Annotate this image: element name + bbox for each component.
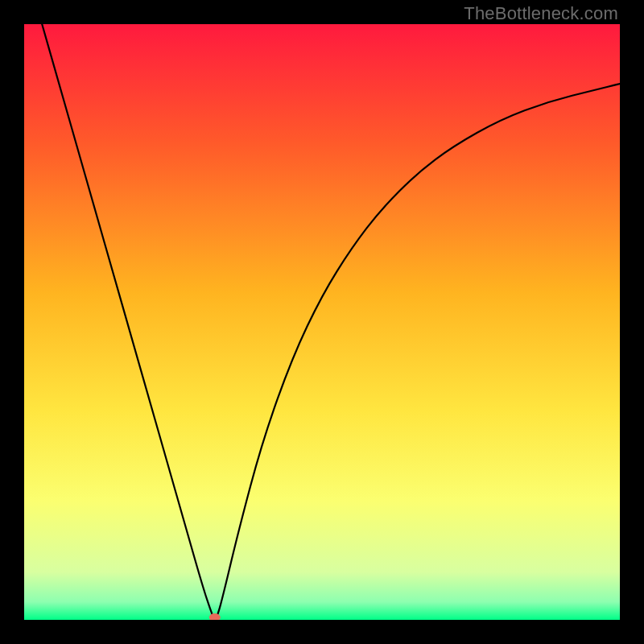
chart-svg [24,24,620,620]
chart-frame [24,24,620,620]
watermark-label: TheBottleneck.com [464,3,618,24]
chart-background [24,24,620,620]
